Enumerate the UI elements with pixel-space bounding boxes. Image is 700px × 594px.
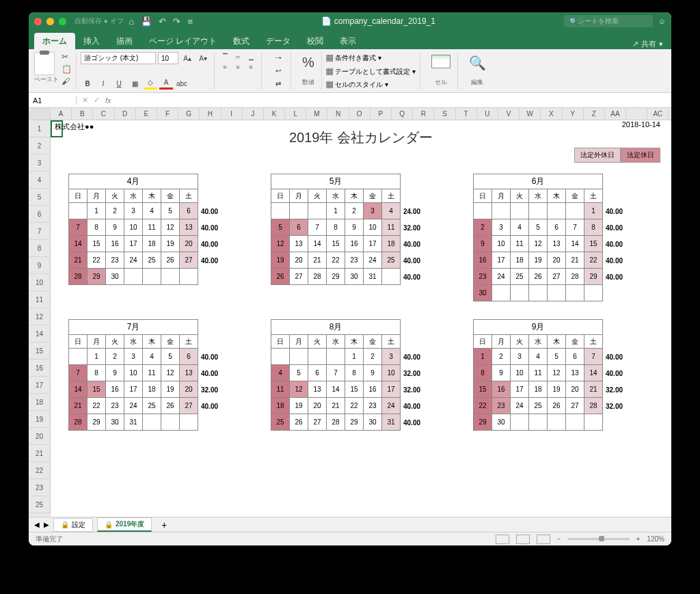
row-header[interactable]: 20 [29, 428, 51, 445]
close-window-button[interactable] [34, 18, 42, 25]
column-header[interactable]: N [327, 108, 349, 120]
search-box[interactable]: 🔍 シートを検索 [564, 15, 653, 27]
minimize-window-button[interactable] [46, 18, 54, 25]
zoom-out-button[interactable]: − [557, 535, 561, 543]
tab-draw[interactable]: 描画 [108, 33, 141, 49]
save-icon[interactable]: 💾 [141, 16, 152, 27]
column-header[interactable]: C [93, 108, 114, 120]
align-top-icon[interactable]: ▔ [219, 52, 231, 62]
column-header[interactable]: T [456, 108, 477, 120]
tab-page-layout[interactable]: ページ レイアウト [141, 33, 225, 49]
cells-area[interactable]: 株式会社●● 2018-10-14 2019年 会社カレンダー 法定外休日 法定… [51, 120, 671, 517]
decrease-font-icon[interactable]: A▾ [196, 52, 210, 64]
cut-icon[interactable]: ✂ [62, 52, 72, 62]
tab-formulas[interactable]: 数式 [225, 33, 258, 49]
row-header[interactable]: 1 [29, 120, 51, 137]
column-header[interactable]: M [306, 108, 327, 120]
row-header[interactable]: 25 [29, 496, 51, 513]
maximize-window-button[interactable] [59, 18, 66, 25]
zoom-slider[interactable] [568, 538, 630, 540]
row-header[interactable]: 21 [29, 445, 51, 462]
view-page-icon[interactable] [516, 535, 530, 544]
row-header[interactable]: 18 [29, 394, 51, 411]
zoom-in-button[interactable]: + [636, 535, 641, 543]
row-header[interactable]: 9 [29, 257, 51, 274]
add-sheet-button[interactable]: + [156, 519, 172, 530]
find-icon[interactable]: 🔍 [469, 55, 486, 71]
bold-button[interactable]: B [81, 77, 94, 90]
cell-styles-button[interactable]: ▦ セルのスタイル ▾ [326, 80, 416, 90]
column-header[interactable]: Q [392, 108, 413, 120]
row-header[interactable]: 4 [29, 172, 51, 189]
italic-button[interactable]: I [96, 77, 110, 90]
fx-icon[interactable]: fx [105, 96, 111, 105]
column-header[interactable]: A [51, 108, 72, 120]
column-header[interactable]: Z [584, 108, 605, 120]
tab-insert[interactable]: 挿入 [75, 33, 108, 49]
row-header[interactable]: 22 [29, 462, 51, 479]
merge-icon[interactable]: ⇄ [271, 77, 285, 90]
name-box[interactable]: A1 [33, 96, 77, 105]
align-middle-icon[interactable]: ═ [232, 52, 244, 62]
column-header[interactable]: X [541, 108, 562, 120]
column-header[interactable]: G [178, 108, 200, 120]
sheet-nav-prev-icon[interactable]: ◀ [34, 521, 40, 528]
underline-button[interactable]: U [112, 77, 126, 90]
tab-data[interactable]: データ [258, 33, 299, 49]
column-header[interactable]: U [477, 108, 498, 120]
format-painter-icon[interactable]: 🖌 [62, 77, 72, 86]
column-header[interactable]: D [115, 108, 136, 120]
column-header[interactable]: R [413, 108, 434, 120]
tab-view[interactable]: 表示 [332, 33, 364, 49]
wrap-text-icon[interactable]: ↩ [271, 65, 285, 77]
column-header[interactable]: P [371, 108, 392, 120]
row-header[interactable]: 23 [29, 479, 51, 496]
border-button[interactable]: ▦ [128, 77, 142, 90]
column-header[interactable]: AC [647, 108, 669, 120]
phonetic-button[interactable]: abc [175, 77, 189, 90]
column-header[interactable]: S [434, 108, 455, 120]
column-header[interactable]: I [221, 108, 243, 120]
column-header[interactable]: K [264, 108, 285, 120]
view-normal-icon[interactable] [496, 535, 509, 544]
table-format-button[interactable]: ▦ テーブルとして書式設定 ▾ [326, 67, 416, 77]
cell-icon[interactable] [431, 55, 450, 68]
row-header[interactable]: 15 [29, 342, 51, 360]
row-header[interactable]: 14 [29, 325, 51, 342]
row-header[interactable]: 17 [29, 377, 51, 394]
accept-formula-icon[interactable]: ✓ [94, 96, 100, 105]
font-color-button[interactable]: A [159, 77, 173, 90]
column-header[interactable]: W [520, 108, 541, 120]
column-header[interactable]: J [243, 108, 264, 120]
sheet-nav-next-icon[interactable]: ▶ [44, 521, 49, 528]
conditional-format-button[interactable]: ▦ 条件付き書式 ▾ [326, 53, 416, 63]
column-header[interactable]: O [349, 108, 371, 120]
tab-home[interactable]: ホーム [34, 33, 75, 49]
fill-color-button[interactable]: ◇ [144, 77, 157, 90]
orientation-icon[interactable]: ⭬ [271, 52, 285, 64]
row-header[interactable]: 11 [29, 291, 51, 308]
view-break-icon[interactable] [537, 535, 550, 544]
column-header[interactable]: L [285, 108, 306, 120]
tab-review[interactable]: 校閲 [299, 33, 332, 49]
column-header[interactable]: AA [605, 108, 626, 120]
font-name-select[interactable]: 游ゴシック (本文) [81, 52, 156, 64]
column-header[interactable]: F [157, 108, 178, 120]
font-size-select[interactable]: 10 [158, 52, 178, 64]
undo-icon[interactable]: ↶ [159, 16, 166, 27]
row-header[interactable]: 19 [29, 411, 51, 428]
increase-font-icon[interactable]: A▴ [180, 52, 194, 64]
column-header[interactable]: B [72, 108, 93, 120]
redo-icon[interactable]: ↷ [173, 16, 180, 27]
sheet-tab-2019[interactable]: 🔒 2019年度 [97, 517, 152, 532]
row-header[interactable]: 5 [29, 189, 51, 206]
align-center-icon[interactable]: ≡ [232, 62, 244, 72]
home-icon[interactable]: ⌂ [129, 16, 135, 27]
align-bottom-icon[interactable]: ▁ [245, 52, 257, 62]
refresh-icon[interactable]: ≡ [187, 16, 193, 27]
column-header[interactable]: E [136, 108, 157, 120]
column-header[interactable]: H [200, 108, 221, 120]
cancel-formula-icon[interactable]: ✕ [82, 96, 88, 105]
row-header[interactable]: 6 [29, 206, 51, 223]
row-header[interactable]: 2 [29, 137, 51, 154]
